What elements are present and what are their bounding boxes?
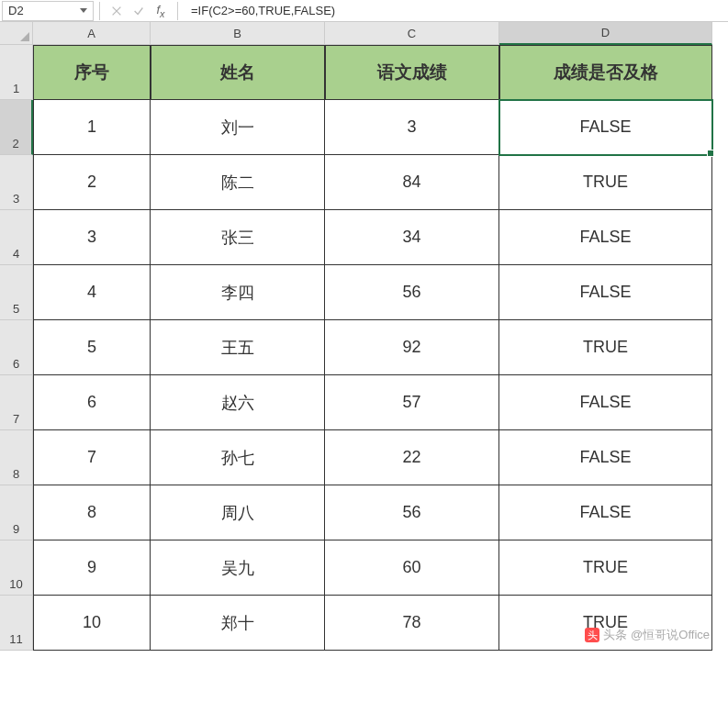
name-box[interactable]: D2 bbox=[2, 1, 94, 21]
cell-B8[interactable]: 孙七 bbox=[151, 430, 325, 485]
row-header-8[interactable]: 8 bbox=[0, 430, 33, 485]
cell-B3[interactable]: 陈二 bbox=[151, 155, 325, 210]
formula-bar: D2 fx =IF(C2>=60,TRUE,FALSE) bbox=[0, 0, 728, 22]
cell-C2[interactable]: 3 bbox=[325, 100, 499, 155]
row-header-9[interactable]: 9 bbox=[0, 485, 33, 540]
cell-A7[interactable]: 6 bbox=[33, 375, 151, 430]
select-all-corner[interactable] bbox=[0, 22, 33, 45]
column-header-A[interactable]: A bbox=[33, 22, 151, 45]
cell-A5[interactable]: 4 bbox=[33, 265, 151, 320]
cell-C5[interactable]: 56 bbox=[325, 265, 499, 320]
cell-A9[interactable]: 8 bbox=[33, 485, 151, 540]
watermark-icon: 头 bbox=[585, 628, 599, 642]
cell-B2[interactable]: 刘一 bbox=[151, 100, 325, 155]
check-icon bbox=[132, 5, 145, 17]
cell-B9[interactable]: 周八 bbox=[151, 485, 325, 540]
cell-C4[interactable]: 34 bbox=[325, 210, 499, 265]
cell-C3[interactable]: 84 bbox=[325, 155, 499, 210]
cell-A3[interactable]: 2 bbox=[33, 155, 151, 210]
cell-C7[interactable]: 57 bbox=[325, 375, 499, 430]
row-header-10[interactable]: 10 bbox=[0, 540, 33, 596]
insert-function-button[interactable]: fx bbox=[150, 1, 172, 21]
separator bbox=[99, 2, 100, 20]
row-header-2[interactable]: 2 bbox=[0, 100, 33, 155]
cell-D3[interactable]: TRUE bbox=[499, 155, 712, 210]
cell-D6[interactable]: TRUE bbox=[499, 320, 712, 375]
cell-B11[interactable]: 郑十 bbox=[151, 596, 325, 651]
name-box-value: D2 bbox=[8, 4, 24, 17]
cell-B4[interactable]: 张三 bbox=[151, 210, 325, 265]
header-cell-D[interactable]: 成绩是否及格 bbox=[499, 45, 712, 100]
cell-B7[interactable]: 赵六 bbox=[151, 375, 325, 430]
cell-B6[interactable]: 王五 bbox=[151, 320, 325, 375]
row-header-4[interactable]: 4 bbox=[0, 210, 33, 265]
cell-A10[interactable]: 9 bbox=[33, 540, 151, 596]
cell-C6[interactable]: 92 bbox=[325, 320, 499, 375]
cell-A8[interactable]: 7 bbox=[33, 430, 151, 485]
cell-B5[interactable]: 李四 bbox=[151, 265, 325, 320]
x-icon bbox=[110, 5, 123, 17]
spreadsheet: ABCD1序号姓名语文成绩成绩是否及格21刘一3FALSE32陈二84TRUE4… bbox=[0, 22, 728, 651]
cell-A11[interactable]: 10 bbox=[33, 596, 151, 651]
cell-C9[interactable]: 56 bbox=[325, 485, 499, 540]
cell-A2[interactable]: 1 bbox=[33, 100, 151, 155]
cell-D7[interactable]: FALSE bbox=[499, 375, 712, 430]
cell-D8[interactable]: FALSE bbox=[499, 430, 712, 485]
confirm-formula-button[interactable] bbox=[128, 1, 150, 21]
cell-D10[interactable]: TRUE bbox=[499, 540, 712, 596]
cell-D2[interactable]: FALSE bbox=[499, 100, 712, 155]
cell-C11[interactable]: 78 bbox=[325, 596, 499, 651]
header-cell-B[interactable]: 姓名 bbox=[151, 45, 325, 100]
cancel-formula-button[interactable] bbox=[106, 1, 128, 21]
row-header-7[interactable]: 7 bbox=[0, 375, 33, 430]
formula-text: =IF(C2>=60,TRUE,FALSE) bbox=[191, 4, 335, 17]
column-header-D[interactable]: D bbox=[499, 22, 712, 45]
column-header-B[interactable]: B bbox=[151, 22, 325, 45]
separator bbox=[177, 2, 178, 20]
watermark-text: 头条 @恒哥说Office bbox=[603, 627, 710, 643]
header-cell-C[interactable]: 语文成绩 bbox=[325, 45, 499, 100]
cell-A6[interactable]: 5 bbox=[33, 320, 151, 375]
row-header-1[interactable]: 1 bbox=[0, 45, 33, 100]
row-header-3[interactable]: 3 bbox=[0, 155, 33, 210]
header-cell-A[interactable]: 序号 bbox=[33, 45, 151, 100]
fx-icon: fx bbox=[156, 3, 164, 19]
formula-input[interactable]: =IF(C2>=60,TRUE,FALSE) bbox=[184, 2, 728, 19]
row-header-11[interactable]: 11 bbox=[0, 596, 33, 651]
cell-C10[interactable]: 60 bbox=[325, 540, 499, 596]
row-header-6[interactable]: 6 bbox=[0, 320, 33, 375]
column-header-C[interactable]: C bbox=[325, 22, 499, 45]
cell-D9[interactable]: FALSE bbox=[499, 485, 712, 540]
row-header-5[interactable]: 5 bbox=[0, 265, 33, 320]
cell-A4[interactable]: 3 bbox=[33, 210, 151, 265]
dropdown-icon[interactable] bbox=[80, 8, 87, 13]
watermark: 头 头条 @恒哥说Office bbox=[585, 627, 710, 643]
cell-C8[interactable]: 22 bbox=[325, 430, 499, 485]
cell-B10[interactable]: 吴九 bbox=[151, 540, 325, 596]
cell-D5[interactable]: FALSE bbox=[499, 265, 712, 320]
cell-D4[interactable]: FALSE bbox=[499, 210, 712, 265]
